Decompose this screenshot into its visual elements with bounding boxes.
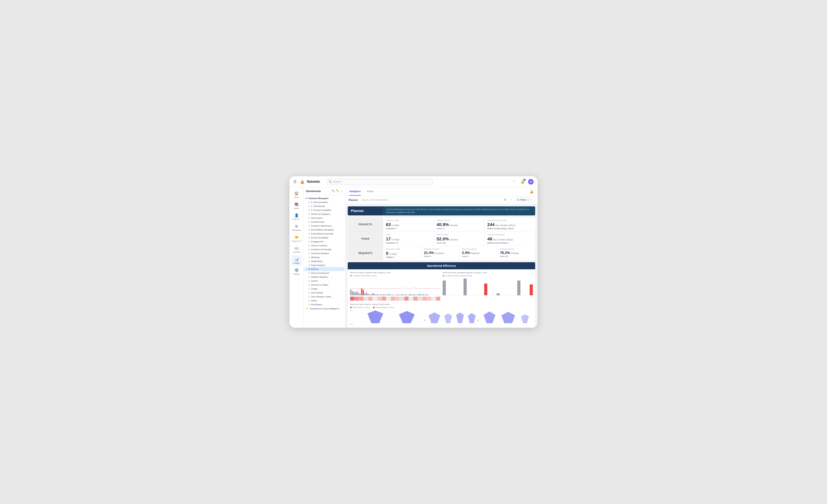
sidebar-item-livedocs[interactable]: ⊞ LiveDocs & Freestyle (304, 247, 344, 251)
sidebar-item-engagement[interactable]: ⊞ Engagement (304, 240, 344, 243)
sidebar-add-icon[interactable]: ＋ (340, 189, 343, 193)
workspace-icon: ⊞ (295, 224, 298, 228)
sidebar-item-ask-experts[interactable]: ⊞ Ask Experts (304, 216, 344, 220)
sidebar-item-email-blasts-ess[interactable]: ⊞ Email Blasts Essentials (304, 232, 344, 236)
heat-cell (355, 297, 359, 300)
sidebar-item-content-publishing[interactable]: ⊞ Content Publishing A... (304, 224, 344, 228)
search-placeholder: Search (333, 180, 341, 183)
sidebar-item-role-based[interactable]: ⊞ 1. Role-Based (304, 204, 344, 208)
main-layout: 🏠 Home 📚 Library 👤 Profile Bui... ⊞ Work… (289, 187, 538, 328)
sidebar-item-activity[interactable]: ⊞ Activity & Engagem... (304, 212, 344, 216)
more-options-btn[interactable]: ⋯ (509, 198, 514, 202)
sidebar-label: 0. Documentation (311, 201, 328, 204)
tasks-number: 17 (386, 236, 391, 241)
sidebar-item-page-analytics[interactable]: ⊞ Page Analytics (304, 263, 344, 267)
nav-item-insights[interactable]: 📊 Insights (291, 255, 302, 266)
search-bar[interactable]: 🔍 Search (327, 179, 433, 185)
chart3-legend: Actual Duration (+Trend) Planned Duratio… (350, 306, 533, 308)
nav-item-profile[interactable]: 👤 Profile Bui... (291, 212, 302, 222)
sidebar-item-views[interactable]: ⊞ Views (304, 299, 344, 302)
nav-label-learning: Learning (293, 251, 300, 253)
tasks-duration-number: 48 (487, 236, 492, 241)
notifications-icon[interactable]: 🔔 1 (520, 179, 525, 184)
tab-pulse[interactable]: Pulse (367, 187, 374, 195)
sidebar-item-meetings[interactable]: ⊞ Meetings (304, 255, 344, 259)
sidebar-item-seismic-slides[interactable]: ⊞ Seismic for Slides (304, 283, 344, 287)
sub-value: 27 (443, 228, 445, 230)
sidebar-label: LiveDocs & Freestyle (311, 248, 332, 250)
tasks-duration: Average Task Duration 48 Avg. Duration (… (485, 232, 535, 246)
slides-icon: ⊞ (308, 284, 310, 286)
bar (359, 294, 361, 295)
acc-label: Requests Accepted (424, 248, 456, 250)
hamburger-menu[interactable]: ☰ (293, 180, 297, 184)
grid-view-btn[interactable]: ⊞ (503, 198, 507, 202)
avatar[interactable]: JD (528, 179, 534, 184)
bar (352, 291, 353, 295)
req-unit: In Flight (389, 253, 397, 255)
sidebar-item-planner-enhanced[interactable]: ⊞ Planner Enhanced (304, 271, 344, 275)
nav-item-workspace[interactable]: ⊞ WorkSpace (291, 223, 302, 233)
sidebar-label: Views (311, 299, 317, 302)
sidebar-title: Dashboards (306, 190, 321, 192)
bottom-chart-row: Week over Week Actual vs. Planned Task D… (350, 303, 533, 325)
sidebar-edit-icon[interactable]: ✏️ (336, 189, 339, 193)
nav-label-engagements: Engagements (292, 240, 301, 242)
dashboard-scroll: Planner Use this dashboard to track your… (345, 204, 538, 328)
duration-unit: Avg. Duration (Days) (495, 224, 515, 226)
sidebar-search-icon[interactable]: 🔍 (332, 189, 335, 193)
sub-value: 245.00 (508, 228, 514, 230)
chart3-legend2: Planned Duration (+Trend) (375, 306, 394, 308)
sidebar-item-platform-adoption[interactable]: ⊞ Platform Adoption (304, 275, 344, 279)
sidebar-item-email-blasts-sg[interactable]: ⊞ Email Blasts (Sendgrid) (304, 228, 344, 232)
bar (426, 294, 427, 295)
sidebar-label: Emails (Sendgrid) (311, 236, 328, 239)
sidebar-item-content-audit[interactable]: ⊞ Content Audit (304, 220, 344, 224)
acc-sub: Count 9 (424, 255, 456, 257)
bell-icon[interactable]: 🔔 (530, 190, 534, 193)
sidebar-item-user-activity[interactable]: ⊞ User Activity (304, 291, 344, 295)
sidebar-item-emails-sg[interactable]: ⊞ Emails (Sendgrid) (304, 236, 344, 240)
favorites-icon[interactable]: ♡ (512, 179, 517, 184)
tab-analytics[interactable]: Analytics (349, 187, 361, 195)
heat-cell (364, 297, 368, 300)
sidebar-item-user-adoption[interactable]: ⊞ User Adoption, Audit,... (304, 295, 344, 299)
bar (497, 293, 500, 295)
sidebar-label: Platform Adoption (311, 276, 328, 278)
nav-item-engagements[interactable]: 🤝 Engagements (291, 233, 302, 243)
bar (411, 295, 413, 295)
sidebar-managed-group[interactable]: ▸ <Seismic Managed> (304, 196, 345, 200)
nav-item-home[interactable]: 🏠 Home (291, 190, 302, 200)
sidebar-item-notifications[interactable]: ⊞ Notifications (304, 259, 344, 263)
sub-label: Fulfilled (386, 256, 393, 258)
tasks-row: TASKS Tasks 17 In Flight Completed 75 (348, 232, 535, 246)
sidebar-item-livesend[interactable]: ⊞ LiveSend Adoption (304, 251, 344, 255)
in-flight-label: Projects In Flight (386, 219, 431, 221)
sidebar-item-product-capability[interactable]: ⊞ 2. Product Capability (304, 208, 344, 212)
nav-item-library[interactable]: 📚 Library (291, 201, 302, 211)
bar (402, 294, 403, 295)
pend-number: 76.2% (500, 251, 510, 255)
sidebar-item-search[interactable]: ⊞ Search (304, 279, 344, 283)
sidebar-item-workspace2[interactable]: ⊞ WorkSpace (304, 302, 344, 306)
sidebar-label: Ask Experts (311, 217, 323, 219)
sub-value: 32 (506, 255, 508, 257)
role-icon: ⊞ (308, 205, 310, 207)
nav-item-learning[interactable]: 📖 Learning (291, 244, 302, 255)
sidebar-folder-enablement[interactable]: 📁 Enablement Cloud Intelligence (304, 306, 345, 311)
operational-efficiency-section: Operational Efficiency Week over Week Co… (348, 262, 535, 328)
filters-button[interactable]: ⊟ Filters ⚙ ⋯ (515, 198, 534, 202)
sidebar-item-library-inventory[interactable]: ⊞ Library Inventory (304, 243, 344, 247)
nav-item-settings[interactable]: ⚙️ Settings (291, 266, 302, 277)
area-shape (456, 313, 464, 323)
duration-label: Average Project Duration (487, 219, 532, 221)
sidebar-item-documentation[interactable]: ⊞ 0. Documentation (304, 200, 344, 204)
sidebar-item-planner[interactable]: ⊞ Planner (304, 267, 344, 271)
heat-cell (400, 297, 404, 300)
requests-accepted: Requests Accepted 21.4% Accepted Count 9 (421, 246, 459, 260)
bar (366, 292, 367, 295)
banner-title: Planner (348, 206, 383, 215)
sidebar-item-usage[interactable]: ⊞ Usage (304, 287, 344, 291)
sidebar-label: Meetings (311, 256, 320, 259)
area-shape (468, 313, 476, 323)
